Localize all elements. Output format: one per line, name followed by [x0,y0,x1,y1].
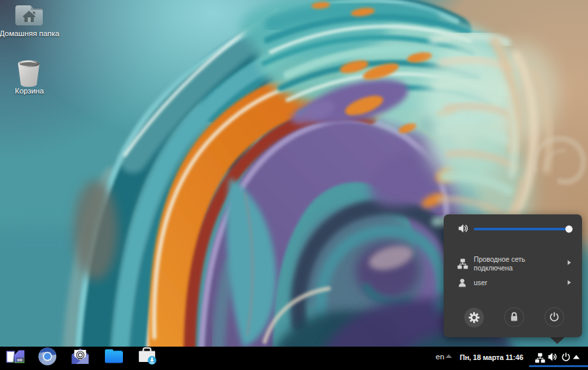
svg-text:user: user [474,279,488,287]
svg-text:Пн, 18 марта 11:46: Пн, 18 марта 11:46 [460,353,523,361]
svg-text:en: en [436,352,444,361]
svg-text:oo: oo [17,357,23,362]
svg-text:Проводное сеть: Проводное сеть [474,256,525,263]
svg-text:подключена: подключена [474,264,512,272]
